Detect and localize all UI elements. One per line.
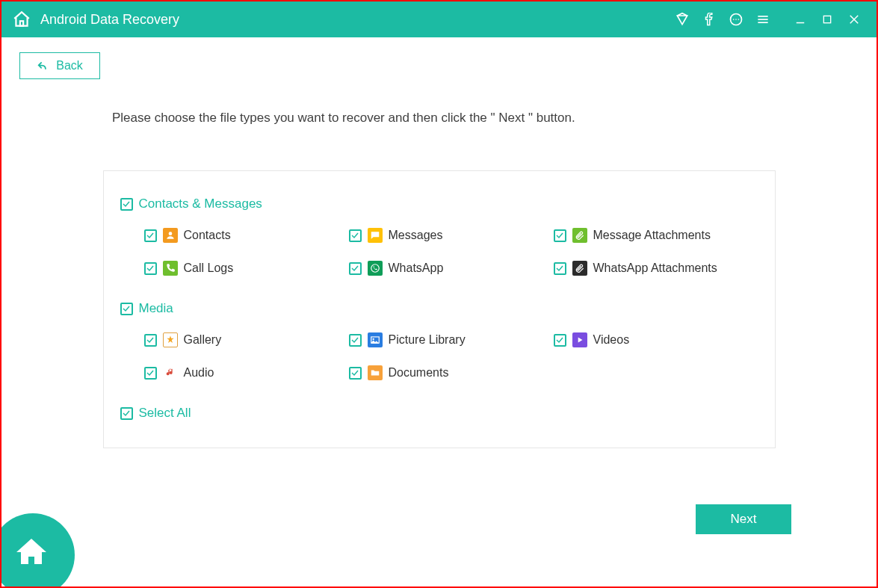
item-videos[interactable]: Videos (554, 332, 758, 347)
item-whatsapp[interactable]: WhatsApp (349, 261, 554, 276)
documents-icon (368, 365, 383, 380)
checkbox-audio[interactable] (144, 367, 157, 380)
back-button-label: Back (56, 59, 83, 72)
checkbox-message-attachments[interactable] (554, 229, 566, 242)
app-title: Android Data Recovery (40, 12, 179, 28)
next-button[interactable]: Next (696, 504, 791, 534)
whatsapp-attachments-icon (572, 261, 587, 276)
checkbox-gallery[interactable] (144, 334, 157, 347)
select-all-label: Select All (139, 406, 191, 421)
whatsapp-icon (368, 261, 383, 276)
svg-point-12 (168, 232, 172, 235)
instruction-text: Please choose the file types you want to… (112, 111, 877, 126)
svg-point-13 (371, 264, 379, 273)
item-audio[interactable]: Audio (144, 365, 349, 380)
maximize-icon[interactable] (817, 9, 838, 30)
gallery-icon (163, 332, 178, 347)
svg-point-2 (733, 19, 735, 20)
checkbox-picture-library[interactable] (349, 334, 362, 347)
home-fab[interactable] (0, 513, 75, 588)
feedback-icon[interactable] (726, 9, 746, 30)
checkbox-videos[interactable] (554, 334, 566, 347)
checkbox-call-logs[interactable] (144, 262, 157, 275)
item-contacts[interactable]: Contacts (144, 228, 349, 243)
item-label: Audio (184, 366, 214, 380)
select-all[interactable]: Select All (120, 406, 758, 421)
item-label: Gallery (184, 333, 222, 347)
item-message-attachments[interactable]: Message Attachments (554, 228, 758, 243)
checkbox-whatsapp-attachments[interactable] (554, 262, 566, 275)
section-media[interactable]: Media (120, 301, 758, 316)
picture-library-icon (368, 332, 383, 347)
diamond-icon[interactable] (672, 9, 693, 30)
item-label: Message Attachments (593, 229, 711, 242)
section-label: Media (139, 301, 173, 316)
menu-icon[interactable] (752, 9, 773, 30)
item-whatsapp-attachments[interactable]: WhatsApp Attachments (554, 261, 758, 276)
contacts-icon (163, 228, 178, 243)
checkbox-whatsapp[interactable] (349, 262, 362, 275)
item-label: Call Logs (184, 261, 234, 275)
section-contacts-messages[interactable]: Contacts & Messages (120, 196, 758, 211)
svg-point-4 (738, 19, 740, 20)
item-label: Messages (389, 229, 443, 242)
svg-point-15 (372, 338, 374, 340)
item-label: Contacts (184, 229, 231, 242)
svg-point-3 (735, 19, 737, 20)
home-icon[interactable] (10, 8, 33, 31)
item-call-logs[interactable]: Call Logs (144, 261, 349, 276)
videos-icon (572, 332, 587, 347)
checkbox-messages[interactable] (349, 229, 362, 242)
item-picture-library[interactable]: Picture Library (349, 332, 554, 347)
checkbox-media[interactable] (120, 303, 133, 315)
file-type-panel: Contacts & Messages Contacts Messages Me… (103, 170, 776, 448)
checkbox-documents[interactable] (349, 367, 362, 380)
next-button-label: Next (731, 512, 757, 526)
item-documents[interactable]: Documents (349, 365, 554, 380)
item-label: WhatsApp (389, 261, 444, 275)
item-gallery[interactable]: Gallery (144, 332, 349, 347)
audio-icon (163, 365, 178, 380)
facebook-icon[interactable] (699, 9, 720, 30)
checkbox-contacts-messages[interactable] (120, 198, 133, 211)
minimize-icon[interactable] (790, 9, 811, 30)
call-logs-icon (163, 261, 178, 276)
item-label: Documents (389, 366, 449, 380)
messages-icon (368, 228, 383, 243)
item-label: Videos (593, 333, 630, 347)
svg-rect-0 (20, 21, 23, 25)
item-label: WhatsApp Attachments (593, 261, 717, 275)
titlebar: Android Data Recovery (1, 1, 877, 37)
svg-rect-9 (823, 16, 830, 22)
checkbox-contacts[interactable] (144, 229, 157, 242)
checkbox-select-all[interactable] (120, 407, 133, 420)
back-button[interactable]: Back (19, 52, 100, 79)
item-label: Picture Library (389, 333, 466, 347)
section-label: Contacts & Messages (139, 196, 262, 211)
close-icon[interactable] (844, 9, 865, 30)
message-attachments-icon (572, 228, 587, 243)
item-messages[interactable]: Messages (349, 228, 554, 243)
